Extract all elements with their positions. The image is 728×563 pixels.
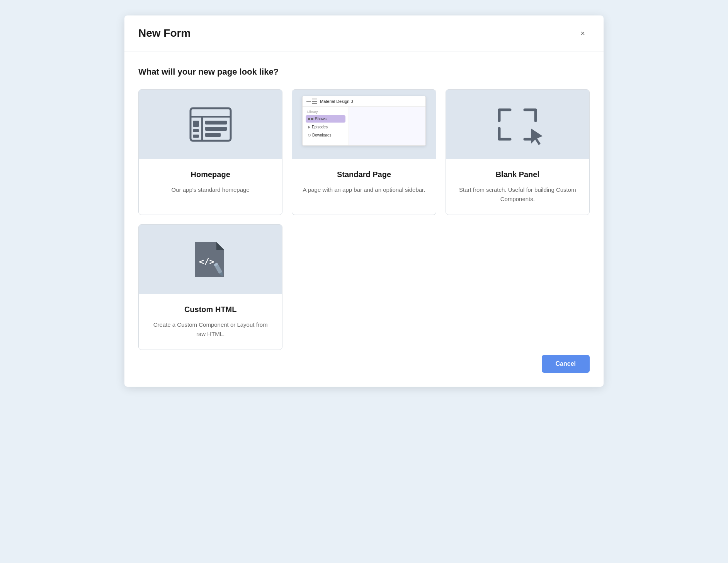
card-standard-info: Standard Page A page with an app bar and… — [292, 159, 435, 205]
card-homepage-title: Homepage — [148, 170, 273, 179]
card-blank-preview — [446, 90, 589, 159]
std-main-area — [349, 107, 425, 145]
modal-footer: Cancel — [542, 355, 590, 373]
card-standard-preview: Material Design 3 Library Sh — [292, 90, 435, 159]
card-blank-panel[interactable]: Blank Panel Start from scratch. Useful f… — [446, 89, 590, 215]
section-title: What will your new page look like? — [138, 67, 590, 77]
std-sidebar-item-2: Downloads — [306, 131, 345, 139]
card-blank-desc: Start from scratch. Useful for building … — [455, 185, 580, 204]
svg-rect-5 — [205, 133, 221, 137]
card-homepage-preview — [139, 90, 282, 159]
card-homepage-desc: Our app's standard homepage — [148, 185, 273, 194]
modal-title: New Form — [138, 27, 191, 39]
svg-rect-7 — [193, 129, 199, 132]
card-blank-title: Blank Panel — [455, 170, 580, 179]
svg-text:</>: </> — [199, 257, 214, 266]
svg-rect-4 — [205, 127, 227, 131]
std-sidebar-item-0: Shows — [306, 115, 345, 123]
card-standard-desc: A page with an app bar and an optional s… — [301, 185, 426, 194]
modal-header: New Form × — [124, 15, 604, 51]
arrow-icon — [308, 126, 310, 129]
card-standard-page[interactable]: Material Design 3 Library Sh — [292, 89, 436, 215]
card-homepage[interactable]: Homepage Our app's standard homepage — [138, 89, 282, 215]
card-blank-info: Blank Panel Start from scratch. Useful f… — [446, 159, 589, 215]
cards-row-1: Homepage Our app's standard homepage — [138, 89, 590, 215]
std-topbar: Material Design 3 — [303, 96, 425, 107]
close-button[interactable]: × — [576, 26, 590, 40]
svg-rect-3 — [205, 121, 227, 125]
card-custom-html-info: Custom HTML Create a Custom Component or… — [139, 294, 282, 350]
cancel-button[interactable]: Cancel — [542, 355, 590, 373]
card-custom-html-preview: </> — [139, 225, 282, 294]
std-sidebar-item-1: Episodes — [306, 123, 345, 131]
card-custom-html-desc: Create a Custom Component or Layout from… — [148, 320, 273, 339]
new-form-modal: New Form × What will your new page look … — [124, 15, 604, 387]
svg-rect-6 — [193, 121, 199, 127]
settings-icon — [308, 134, 311, 136]
modal-body: What will your new page look like? — [124, 51, 604, 365]
std-sidebar-header: Library — [306, 110, 345, 114]
card-homepage-info: Homepage Our app's standard homepage — [139, 159, 282, 205]
cards-row-2: </> Custom HTML Create a Custom Componen… — [138, 224, 590, 350]
std-content: Library Shows — [303, 107, 425, 145]
std-sidebar: Library Shows — [303, 107, 349, 145]
standard-page-mockup: Material Design 3 Library Sh — [302, 96, 426, 146]
card-standard-title: Standard Page — [301, 170, 426, 179]
card-custom-html[interactable]: </> Custom HTML Create a Custom Componen… — [138, 224, 282, 350]
card-custom-html-title: Custom HTML — [148, 305, 273, 314]
svg-rect-8 — [193, 135, 199, 138]
std-topbar-label: Material Design 3 — [320, 99, 353, 104]
